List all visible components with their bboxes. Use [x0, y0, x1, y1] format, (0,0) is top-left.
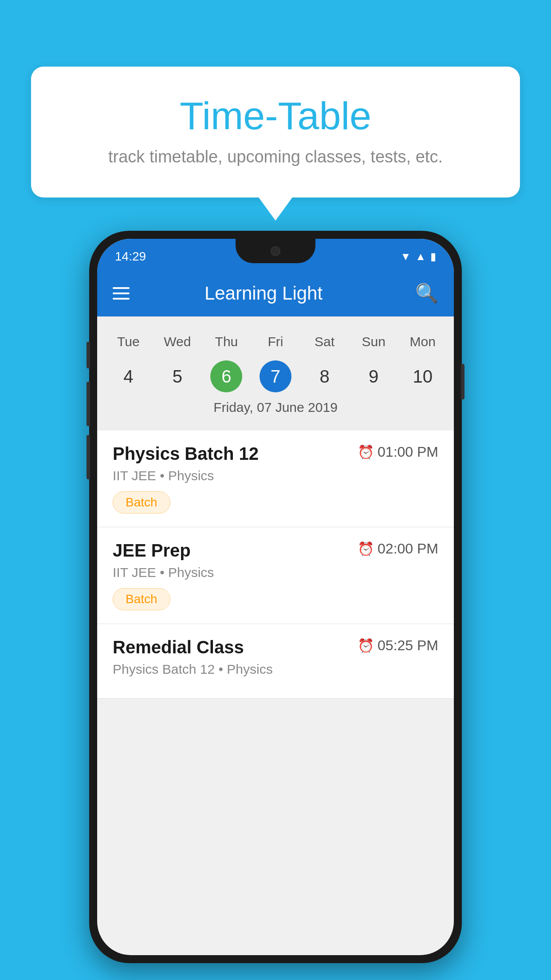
volume-up-button [87, 342, 90, 368]
schedule-item-1[interactable]: Physics Batch 12 ⏰ 01:00 PM IIT JEE • Ph… [97, 431, 454, 527]
speech-bubble-section: Time-Table track timetable, upcoming cla… [31, 67, 520, 198]
day-fri: Fri [251, 330, 300, 354]
schedule-subtitle-3: Physics Batch 12 • Physics [113, 662, 438, 677]
date-6-today[interactable]: 6 [210, 360, 242, 392]
date-7-selected[interactable]: 7 [260, 360, 291, 392]
status-time: 14:29 [115, 249, 146, 264]
schedule-time-2: ⏰ 02:00 PM [358, 541, 438, 557]
schedule-list: Physics Batch 12 ⏰ 01:00 PM IIT JEE • Ph… [97, 431, 454, 699]
calendar-section: Tue Wed Thu Fri Sat Sun Mon 4 5 6 7 8 9 … [97, 316, 454, 431]
bubble-title: Time-Table [67, 93, 484, 138]
phone-screen: 14:29 ▼ ▲ ▮ Learning Light 🔍 Tue Wed Thu [97, 239, 454, 955]
clock-icon-3: ⏰ [358, 638, 374, 653]
schedule-item-2[interactable]: JEE Prep ⏰ 02:00 PM IIT JEE • Physics Ba… [97, 527, 454, 624]
selected-date-label: Friday, 07 June 2019 [97, 395, 454, 422]
batch-badge-2: Batch [113, 588, 170, 610]
phone-notch [236, 239, 315, 263]
front-camera [271, 246, 280, 256]
signal-icon: ▲ [415, 250, 426, 263]
day-wed: Wed [153, 330, 202, 354]
schedule-time-1: ⏰ 01:00 PM [358, 444, 438, 460]
day-mon: Mon [398, 330, 447, 354]
wifi-icon: ▼ [400, 250, 411, 263]
schedule-title-3: Remedial Class [113, 637, 244, 657]
time-value-3: 05:25 PM [378, 637, 438, 654]
day-thu: Thu [202, 330, 251, 354]
status-icons: ▼ ▲ ▮ [400, 250, 436, 263]
date-4[interactable]: 4 [104, 360, 153, 392]
app-title: Learning Light [143, 283, 384, 304]
schedule-item-3-header: Remedial Class ⏰ 05:25 PM [113, 637, 438, 657]
day-tue: Tue [104, 330, 153, 354]
battery-icon: ▮ [430, 250, 436, 263]
app-bar: Learning Light 🔍 [97, 270, 454, 316]
silent-button [87, 435, 90, 479]
clock-icon-1: ⏰ [358, 444, 374, 460]
day-sun: Sun [349, 330, 398, 354]
time-value-2: 02:00 PM [378, 541, 438, 557]
schedule-subtitle-2: IIT JEE • Physics [113, 565, 438, 580]
day-headers: Tue Wed Thu Fri Sat Sun Mon [97, 325, 454, 358]
day-numbers: 4 5 6 7 8 9 10 [97, 358, 454, 395]
date-8[interactable]: 8 [300, 360, 349, 392]
clock-icon-2: ⏰ [358, 541, 374, 557]
speech-bubble-card: Time-Table track timetable, upcoming cla… [31, 67, 520, 198]
menu-button[interactable] [113, 287, 130, 300]
date-10[interactable]: 10 [398, 360, 447, 392]
bubble-subtitle: track timetable, upcoming classes, tests… [67, 147, 484, 166]
schedule-title-1: Physics Batch 12 [113, 444, 259, 464]
power-button [461, 364, 464, 399]
search-icon[interactable]: 🔍 [415, 282, 438, 304]
schedule-subtitle-1: IIT JEE • Physics [113, 468, 438, 483]
schedule-item-2-header: JEE Prep ⏰ 02:00 PM [113, 541, 438, 561]
schedule-item-3[interactable]: Remedial Class ⏰ 05:25 PM Physics Batch … [97, 624, 454, 699]
schedule-time-3: ⏰ 05:25 PM [358, 637, 438, 654]
phone-frame: 14:29 ▼ ▲ ▮ Learning Light 🔍 Tue Wed Thu [89, 231, 462, 963]
date-9[interactable]: 9 [349, 360, 398, 392]
batch-badge-1: Batch [113, 491, 170, 514]
day-sat: Sat [300, 330, 349, 354]
schedule-title-2: JEE Prep [113, 541, 191, 561]
time-value-1: 01:00 PM [378, 444, 438, 460]
schedule-item-1-header: Physics Batch 12 ⏰ 01:00 PM [113, 444, 438, 464]
volume-down-button [87, 382, 90, 426]
date-5[interactable]: 5 [153, 360, 202, 392]
